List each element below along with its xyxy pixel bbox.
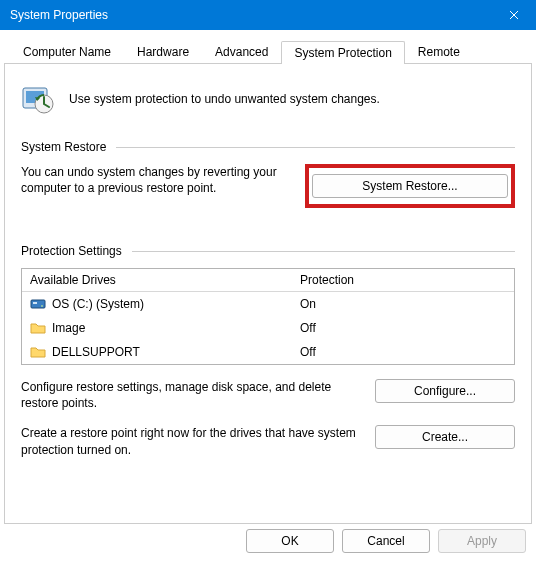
table-row[interactable]: DELLSUPPORT Off [22, 340, 514, 364]
drive-protection: On [292, 293, 514, 315]
drive-protection: Off [292, 341, 514, 363]
drive-name: Image [52, 321, 85, 335]
svg-point-5 [41, 305, 43, 307]
col-header-drives[interactable]: Available Drives [22, 269, 292, 291]
drive-protection: Off [292, 317, 514, 339]
system-restore-row: You can undo system changes by reverting… [21, 164, 515, 208]
tab-advanced[interactable]: Advanced [202, 40, 281, 63]
table-row[interactable]: OS (C:) (System) On [22, 292, 514, 316]
system-restore-header: System Restore [21, 140, 515, 154]
system-protection-icon [21, 82, 55, 116]
cancel-button[interactable]: Cancel [342, 529, 430, 553]
protection-settings-header: Protection Settings [21, 244, 515, 258]
highlight-box: System Restore... [305, 164, 515, 208]
apply-button[interactable]: Apply [438, 529, 526, 553]
svg-rect-4 [33, 302, 37, 304]
folder-icon [30, 321, 46, 335]
disk-icon [30, 297, 46, 311]
intro-text: Use system protection to undo unwanted s… [69, 92, 380, 106]
configure-row: Configure restore settings, manage disk … [21, 379, 515, 411]
protection-settings-title: Protection Settings [21, 244, 122, 258]
table-row[interactable]: Image Off [22, 316, 514, 340]
folder-icon [30, 345, 46, 359]
tab-bar: Computer Name Hardware Advanced System P… [4, 40, 532, 64]
drive-name: DELLSUPPORT [52, 345, 140, 359]
drive-name: OS (C:) (System) [52, 297, 144, 311]
create-button[interactable]: Create... [375, 425, 515, 449]
titlebar: System Properties [0, 0, 536, 30]
close-icon [509, 10, 519, 20]
drives-table-header: Available Drives Protection [22, 269, 514, 292]
ok-button[interactable]: OK [246, 529, 334, 553]
configure-button[interactable]: Configure... [375, 379, 515, 403]
tab-panel: Use system protection to undo unwanted s… [4, 64, 532, 524]
create-text: Create a restore point right now for the… [21, 425, 359, 457]
tab-system-protection[interactable]: System Protection [281, 41, 404, 64]
system-restore-text: You can undo system changes by reverting… [21, 164, 295, 196]
tab-hardware[interactable]: Hardware [124, 40, 202, 63]
window-title: System Properties [10, 8, 108, 22]
divider [116, 147, 515, 148]
intro-row: Use system protection to undo unwanted s… [21, 82, 515, 116]
system-restore-button[interactable]: System Restore... [312, 174, 508, 198]
divider [132, 251, 515, 252]
system-restore-title: System Restore [21, 140, 106, 154]
tab-computer-name[interactable]: Computer Name [10, 40, 124, 63]
content-area: Computer Name Hardware Advanced System P… [0, 30, 536, 524]
col-header-protection[interactable]: Protection [292, 269, 514, 291]
close-button[interactable] [492, 0, 536, 30]
tab-remote[interactable]: Remote [405, 40, 473, 63]
drives-table: Available Drives Protection OS (C:) (Sys… [21, 268, 515, 365]
configure-text: Configure restore settings, manage disk … [21, 379, 359, 411]
create-row: Create a restore point right now for the… [21, 425, 515, 457]
dialog-buttons: OK Cancel Apply [246, 529, 526, 553]
